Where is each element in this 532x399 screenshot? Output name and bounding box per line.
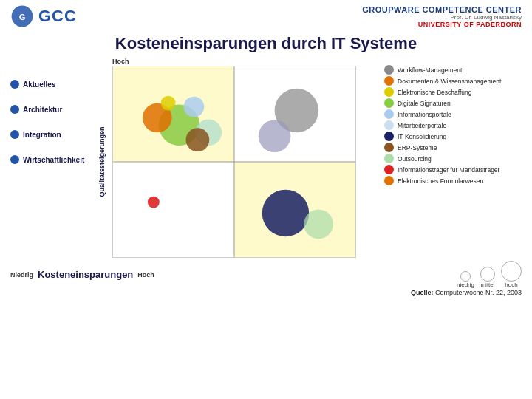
legend-dot-workflow <box>384 65 394 75</box>
y-high-label: Hoch <box>112 58 375 65</box>
legend-dot-signaturen <box>384 98 394 108</box>
x-low-label: Niedrig <box>10 271 33 279</box>
legend-item-signaturen: Digitale Signaturen <box>384 98 526 108</box>
legend-item-doku: Dokumenten & Wissensmanagement <box>384 76 526 86</box>
size-circle-hoch <box>501 261 522 282</box>
legend-dot-outsourcing <box>384 154 394 163</box>
nav-label-wirtschaftlichkeit: Wirtschaftlichkeit <box>23 156 84 164</box>
legend-label-outsourcing: Outsourcing <box>398 155 432 163</box>
svg-point-17 <box>262 190 310 237</box>
legend-label-formular: Elektronisches Formularwesen <box>398 177 483 185</box>
svg-point-16 <box>148 197 160 208</box>
legend-item-beschaffung: Elektronische Beschaffung <box>384 87 526 97</box>
nav-label-architektur: Architektur <box>23 106 62 114</box>
legend-item-mandatsträger: Informationsträger für Mandatsträger <box>384 165 526 174</box>
nav-label-integration: Integration <box>23 131 61 139</box>
y-axis-container: Qualitätssteigerungen <box>92 66 112 258</box>
legend-item-info: Informationsportale <box>384 109 526 119</box>
legend: Workflow-Management Dokumenten & Wissens… <box>378 58 526 258</box>
chart-legend-area: Hoch Qualitätssteigerungen <box>92 58 526 258</box>
legend-item-mitarbeiter: Mitarbeiterportale <box>384 120 526 130</box>
gcc-logo: G GCC <box>10 4 77 28</box>
gcc-logo-icon: G <box>10 4 34 28</box>
size-label-mittel: mittel <box>480 282 494 288</box>
legend-label-workflow: Workflow-Management <box>398 66 462 74</box>
right-header-title: GROUPWARE COMPETENCE CENTER <box>362 5 522 14</box>
size-circle-niedrig <box>460 271 471 282</box>
nav-dot-wirtschaftlichkeit <box>10 155 19 164</box>
legend-label-it: IT-Konsolidierung <box>398 133 446 140</box>
quelle: Quelle: Computerwoche Nr. 22, 2003 <box>0 288 532 296</box>
legend-label-erp: ERP-Systeme <box>398 144 437 151</box>
sidebar-item-aktuelles[interactable]: Aktuelles <box>10 80 92 89</box>
svg-point-12 <box>186 128 210 151</box>
bottom-area: Niedrig Kosteneinsparungen Hoch niedrig … <box>0 259 532 288</box>
sidebar-item-architektur[interactable]: Architektur <box>10 105 92 114</box>
legend-item-it: IT-Konsolidierung <box>384 132 526 141</box>
svg-point-18 <box>304 210 333 239</box>
nav-dot-aktuelles <box>10 80 19 89</box>
size-item-mittel: mittel <box>480 267 495 288</box>
legend-item-outsourcing: Outsourcing <box>384 154 526 163</box>
legend-dot-formular <box>384 176 394 185</box>
svg-point-13 <box>161 96 176 111</box>
legend-label-beschaffung: Elektronische Beschaffung <box>398 89 472 96</box>
legend-label-mitarbeiter: Mitarbeiterportale <box>398 122 446 129</box>
legend-item-workflow: Workflow-Management <box>384 65 526 75</box>
legend-label-doku: Dokumenten & Wissensmanagement <box>398 78 501 85</box>
size-item-niedrig: niedrig <box>457 271 474 288</box>
legend-dot-mandatsträger <box>384 165 394 174</box>
chart-with-axis: Qualitätssteigerungen <box>92 66 375 258</box>
svg-point-10 <box>184 97 205 117</box>
legend-label-signaturen: Digitale Signaturen <box>398 100 451 107</box>
legend-dot-mitarbeiter <box>384 120 394 130</box>
legend-label-mandatsträger: Informationsträger für Mandatsträger <box>398 166 499 174</box>
main-content: Aktuelles Architektur Integration Wirtsc… <box>0 58 532 258</box>
svg-rect-3 <box>113 162 234 257</box>
nav-label-aktuelles: Aktuelles <box>23 81 55 89</box>
size-label-niedrig: niedrig <box>457 282 474 288</box>
legend-label-info: Informationsportale <box>398 111 451 118</box>
page-title: Kosteneinsparungen durch IT Systeme <box>0 31 532 58</box>
right-header-sub: Prof. Dr. Ludwig Nastansky <box>362 14 522 21</box>
right-header: GROUPWARE COMPETENCE CENTER Prof. Dr. Lu… <box>362 5 522 28</box>
nav-dot-integration <box>10 130 19 139</box>
y-axis-label: Qualitätssteigerungen <box>98 126 106 197</box>
legend-item-formular: Elektronisches Formularwesen <box>384 176 526 185</box>
size-circle-mittel <box>480 267 495 282</box>
legend-dot-it <box>384 132 394 141</box>
size-label-hoch: hoch <box>505 282 517 288</box>
x-high-label: Hoch <box>137 271 154 279</box>
legend-dot-erp <box>384 143 394 152</box>
legend-dot-beschaffung <box>384 87 394 97</box>
sidebar-item-wirtschaftlichkeit[interactable]: Wirtschaftlichkeit <box>10 155 92 164</box>
legend-item-erp: ERP-Systeme <box>384 143 526 152</box>
legend-dot-doku <box>384 76 394 86</box>
chart-area: Hoch Qualitätssteigerungen <box>92 58 375 258</box>
svg-point-15 <box>259 120 291 152</box>
sidebar-item-integration[interactable]: Integration <box>10 130 92 139</box>
legend-dot-info <box>384 109 394 119</box>
x-axis-title: Kosteneinsparungen <box>38 269 133 280</box>
header: G GCC GROUPWARE COMPETENCE CENTER Prof. … <box>0 0 532 31</box>
size-item-hoch: hoch <box>501 261 522 288</box>
x-axis-area: Niedrig Kosteneinsparungen Hoch <box>10 269 154 280</box>
svg-text:G: G <box>19 13 26 21</box>
right-header-uni: UNIVERSITY OF PADERBORN <box>362 21 522 28</box>
nav-dot-architektur <box>10 105 19 114</box>
gcc-logo-text: GCC <box>38 7 77 26</box>
bubble-chart <box>112 66 356 258</box>
quelle-text: Quelle: Computerwoche Nr. 22, 2003 <box>411 289 522 296</box>
size-legend: niedrig mittel hoch <box>457 261 522 288</box>
sidebar: Aktuelles Architektur Integration Wirtsc… <box>10 58 92 258</box>
